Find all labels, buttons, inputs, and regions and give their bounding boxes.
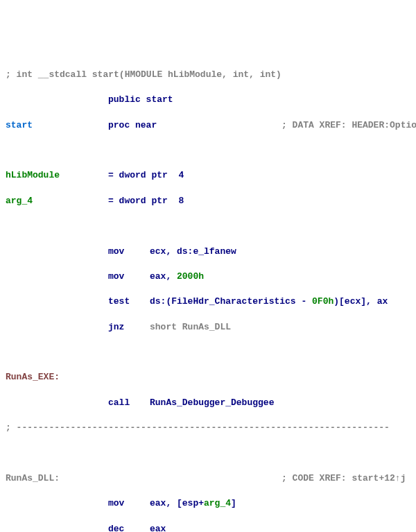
- insn-args: short RunAs_DLL: [150, 322, 231, 332]
- local-arg4-val: = dword ptr 8: [108, 196, 184, 206]
- label-runas-dll: RunAs_DLL:: [6, 473, 60, 483]
- insn: dec: [108, 523, 150, 532]
- separator: ; --------------------------------------…: [6, 422, 390, 433]
- insn: jnz: [108, 321, 150, 334]
- xref: ; CODE XREF: start+12↑j: [281, 473, 406, 483]
- header-xref: ; DATA XREF: HEADER:Optional: [281, 120, 416, 130]
- insn: test: [108, 295, 150, 308]
- signature-comment: ; int __stdcall start(HMODULE hLibModule…: [6, 69, 281, 80]
- disassembly-view: ; int __stdcall start(HMODULE hLibModule…: [6, 56, 416, 532]
- insn: call: [108, 397, 150, 409]
- insn-args: eax: [150, 524, 166, 532]
- insn-args: eax, [esp+arg_4]: [150, 498, 236, 508]
- proc-near: proc near: [108, 120, 157, 130]
- proc-label: start: [6, 120, 33, 130]
- insn-args: ecx, ds:e_lfanew: [150, 246, 236, 257]
- insn-args: eax, 2000h: [150, 271, 204, 282]
- call-target: RunAs_Debugger_Debuggee: [150, 397, 274, 408]
- insn: mov: [108, 246, 150, 258]
- insn: mov: [108, 271, 150, 283]
- local-hlib: hLibModule: [6, 170, 60, 180]
- local-arg4: arg_4: [6, 196, 33, 206]
- insn-args: ds:(FileHdr_Characteristics - 0F0h)[ecx]…: [150, 296, 388, 307]
- insn: mov: [108, 497, 150, 510]
- local-hlib-val: = dword ptr 4: [108, 170, 184, 180]
- public-decl: public start: [108, 94, 173, 105]
- label-runas-exe: RunAs_EXE:: [6, 372, 60, 382]
